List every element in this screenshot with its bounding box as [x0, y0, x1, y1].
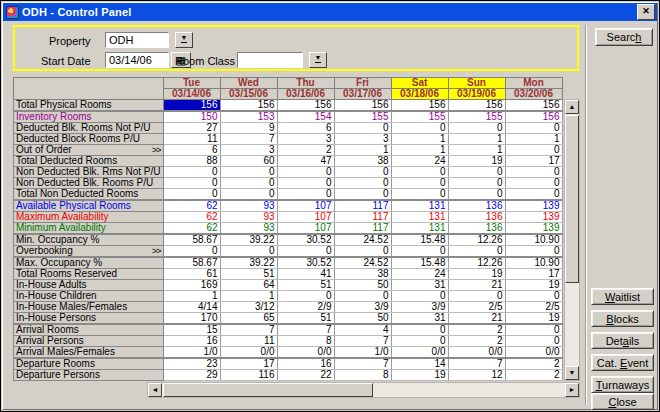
grid-cell[interactable]: 41: [277, 269, 334, 280]
grid-cell[interactable]: 0: [220, 189, 277, 201]
grid-cell[interactable]: 0: [163, 167, 220, 178]
grid-cell[interactable]: 154: [277, 111, 334, 123]
search-button[interactable]: Search: [595, 28, 653, 46]
grid-cell[interactable]: 30.52: [277, 234, 334, 246]
grid-cell[interactable]: 2: [505, 370, 562, 381]
grid-cell[interactable]: 2: [277, 145, 334, 156]
grid-cell[interactable]: 17: [505, 156, 562, 167]
grid-cell[interactable]: 0: [334, 189, 391, 201]
grid-cell[interactable]: 136: [448, 223, 505, 235]
grid-cell[interactable]: 139: [505, 200, 562, 212]
grid-cell[interactable]: 16: [163, 336, 220, 347]
grid-cell[interactable]: 2/5: [505, 302, 562, 313]
grid-cell[interactable]: 38: [334, 269, 391, 280]
grid-cell[interactable]: 1: [448, 134, 505, 145]
grid-cell[interactable]: 17: [505, 269, 562, 280]
grid-cell[interactable]: 7: [220, 324, 277, 336]
grid-cell[interactable]: 15: [163, 324, 220, 336]
grid-cell[interactable]: 1: [505, 134, 562, 145]
grid-cell[interactable]: 38: [334, 156, 391, 167]
grid-cell[interactable]: 93: [220, 200, 277, 212]
grid-cell[interactable]: 17: [220, 358, 277, 370]
grid-cell[interactable]: 7: [277, 324, 334, 336]
grid-cell[interactable]: 169: [163, 280, 220, 291]
grid-cell[interactable]: 0: [334, 167, 391, 178]
grid-cell[interactable]: 0: [391, 291, 448, 302]
grid-cell[interactable]: 2/9: [277, 302, 334, 313]
grid-cell[interactable]: 6: [277, 123, 334, 134]
grid-cell[interactable]: 0: [277, 189, 334, 201]
grid-cell[interactable]: 2/5: [448, 302, 505, 313]
cat-event-button[interactable]: Cat. Event: [591, 354, 654, 371]
grid-cell[interactable]: 29: [163, 370, 220, 381]
grid-cell[interactable]: 0: [163, 178, 220, 189]
grid-cell[interactable]: 62: [163, 212, 220, 223]
grid-cell[interactable]: 19: [505, 280, 562, 291]
grid-cell[interactable]: 0: [334, 246, 391, 258]
grid-cell[interactable]: 93: [220, 212, 277, 223]
grid-cell[interactable]: 27: [163, 123, 220, 134]
grid-cell[interactable]: 21: [448, 280, 505, 291]
grid-cell[interactable]: 0/0: [277, 347, 334, 359]
grid-cell[interactable]: 24: [391, 156, 448, 167]
details-button[interactable]: Details: [591, 332, 654, 349]
blocks-button[interactable]: Blocks: [591, 310, 654, 327]
grid-cell[interactable]: 153: [220, 111, 277, 123]
grid-cell[interactable]: 21: [448, 313, 505, 325]
grid-cell[interactable]: 7: [448, 358, 505, 370]
grid-cell[interactable]: 155: [448, 111, 505, 123]
grid-cell[interactable]: 0: [448, 167, 505, 178]
grid-cell[interactable]: 1: [334, 145, 391, 156]
grid-cell[interactable]: 62: [163, 200, 220, 212]
grid-cell[interactable]: 50: [334, 280, 391, 291]
grid-cell[interactable]: 139: [505, 212, 562, 223]
grid-cell[interactable]: 22: [277, 370, 334, 381]
grid-cell[interactable]: 3: [334, 134, 391, 145]
grid-cell[interactable]: 15.48: [391, 257, 448, 269]
grid-cell[interactable]: 0: [334, 291, 391, 302]
grid-cell[interactable]: 0: [277, 291, 334, 302]
grid-cell[interactable]: 16: [277, 358, 334, 370]
grid-cell[interactable]: 15.48: [391, 234, 448, 246]
grid-cell[interactable]: 0: [448, 178, 505, 189]
grid-cell[interactable]: 131: [391, 212, 448, 223]
grid-cell[interactable]: 0: [277, 178, 334, 189]
grid-cell[interactable]: 0: [448, 246, 505, 258]
room-class-dropdown-icon[interactable]: ▼: [309, 52, 327, 68]
grid-cell[interactable]: 0: [505, 189, 562, 201]
grid-cell[interactable]: 3/9: [391, 302, 448, 313]
grid-cell[interactable]: 11: [163, 134, 220, 145]
row-expander-icon[interactable]: >>: [150, 246, 161, 256]
grid-cell[interactable]: 0: [220, 178, 277, 189]
grid-cell[interactable]: 156: [448, 100, 505, 112]
grid-cell[interactable]: 0: [391, 178, 448, 189]
grid-cell[interactable]: 31: [391, 280, 448, 291]
horizontal-scroll-thumb[interactable]: [163, 383, 373, 397]
grid-cell[interactable]: 19: [448, 269, 505, 280]
grid-cell[interactable]: 156: [163, 100, 220, 112]
property-field[interactable]: ODH: [105, 32, 169, 48]
grid-cell[interactable]: 116: [220, 370, 277, 381]
grid-cell[interactable]: 1: [448, 145, 505, 156]
grid-cell[interactable]: 4/14: [163, 302, 220, 313]
grid-cell[interactable]: 1: [220, 291, 277, 302]
grid-cell[interactable]: 117: [334, 212, 391, 223]
grid-cell[interactable]: 155: [334, 111, 391, 123]
grid-cell[interactable]: 0: [505, 167, 562, 178]
grid-cell[interactable]: 0: [448, 189, 505, 201]
title-bar[interactable]: ODH - Control Panel ✕: [3, 3, 657, 21]
grid-cell[interactable]: 0: [220, 167, 277, 178]
grid-cell[interactable]: 0/0: [220, 347, 277, 359]
grid-cell[interactable]: 0: [277, 246, 334, 258]
grid-cell[interactable]: 131: [391, 223, 448, 235]
grid-cell[interactable]: 131: [391, 200, 448, 212]
grid-cell[interactable]: 12: [448, 370, 505, 381]
grid-cell[interactable]: 139: [505, 223, 562, 235]
grid-cell[interactable]: 39.22: [220, 257, 277, 269]
grid-cell[interactable]: 155: [391, 111, 448, 123]
grid-cell[interactable]: 2: [448, 336, 505, 347]
vertical-scroll-thumb[interactable]: [565, 115, 579, 283]
grid-cell[interactable]: 0/0: [391, 347, 448, 359]
grid-cell[interactable]: 0: [334, 178, 391, 189]
horizontal-scrollbar[interactable]: ◄ ►: [147, 382, 580, 398]
